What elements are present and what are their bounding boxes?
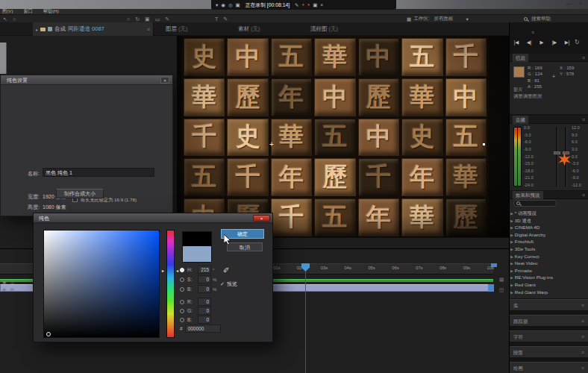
tab-layer[interactable]: 图层 (无) (166, 22, 188, 36)
frame-blend-icon[interactable]: ◫ (10, 279, 15, 284)
camera-tool-icon[interactable]: ▣ (145, 16, 150, 22)
comp-marker-icon[interactable]: ▤ (499, 277, 504, 283)
radio-icon[interactable] (180, 278, 184, 282)
channel-radio-h[interactable]: H:215° (180, 266, 214, 274)
panel-menu-icon[interactable]: ≡ (581, 331, 584, 342)
panel-menu-icon[interactable]: ≡ (581, 316, 584, 326)
zoom-tool-icon[interactable]: ○ (127, 16, 130, 22)
effects-category[interactable]: ▶Frischluft (510, 238, 587, 245)
slider-handle[interactable] (554, 151, 560, 154)
channel-radio-s[interactable]: S:0% (180, 275, 216, 283)
frame-icon[interactable]: ▣ (236, 2, 240, 8)
tab-composition[interactable]: ▸ 合成 间距通道 0087 ≡ (33, 22, 154, 36)
name-input[interactable]: 黑色 纯色 1 (43, 168, 154, 177)
move-gizmo-icon[interactable]: + (269, 140, 274, 148)
record-dot-icon[interactable]: ● (307, 2, 310, 8)
radio-icon[interactable] (180, 268, 184, 272)
effects-search-input[interactable] (513, 200, 557, 207)
brush-tool-icon[interactable]: ✎ (223, 16, 228, 22)
expand-triangle-icon[interactable]: ▶ (510, 247, 513, 251)
effects-category[interactable]: ▶3D 通道 (510, 217, 587, 225)
effects-category[interactable]: ▶Primatte (510, 267, 587, 275)
preview-panel-menu-icon[interactable]: ≡ (531, 30, 534, 35)
color-field-cursor[interactable] (46, 332, 51, 336)
channel-radio-b-rgb[interactable]: B:0 (180, 316, 213, 324)
panel-menu-icon[interactable]: ≡ (147, 27, 150, 32)
composition-mini-icon[interactable]: ▣ (2, 279, 7, 284)
expand-triangle-icon[interactable]: ▶ (510, 269, 513, 273)
close-icon[interactable]: × (320, 2, 323, 8)
graph-editor-icon[interactable]: ▤ (10, 286, 14, 292)
radio-icon[interactable] (180, 287, 184, 292)
graph-icon[interactable]: ◫ (499, 287, 504, 293)
layer-handle[interactable] (483, 143, 485, 145)
effects-category[interactable]: ▶* 动画预设 (510, 210, 587, 217)
expand-triangle-icon[interactable]: ▶ (510, 290, 513, 295)
record-dot-icon[interactable]: ● (302, 2, 304, 8)
radio-icon[interactable] (180, 318, 184, 322)
collapsed-panel-tab[interactable]: 跟踪器≡ (510, 315, 588, 327)
next-frame-button[interactable]: |▶ (549, 38, 560, 46)
expand-triangle-icon[interactable]: ▶ (510, 219, 513, 223)
panel-menu-icon[interactable]: ≡ (581, 363, 584, 373)
saturation-brightness-field[interactable] (43, 230, 160, 338)
close-icon[interactable]: × (253, 215, 270, 222)
text-tool-icon[interactable]: T (215, 16, 218, 22)
expand-triangle-icon[interactable]: ▶ (510, 283, 513, 287)
minimize-icon[interactable]: — (566, 0, 572, 7)
dialog-titlebar[interactable]: 纯色设置 (1, 75, 172, 85)
effects-category[interactable]: ▶Digital Anarchy (510, 231, 587, 239)
height-value[interactable]: 1080 像素 (43, 204, 66, 211)
effects-category[interactable]: ▶Key Correct (510, 253, 587, 260)
expand-triangle-icon[interactable]: ▶ (510, 211, 513, 216)
hue-arrow-left-icon[interactable]: ▸ (162, 268, 164, 273)
slider-handle[interactable] (563, 151, 569, 154)
loop-icon[interactable]: ↻ (575, 39, 580, 46)
overlay-icon[interactable]: ◉ (221, 2, 225, 8)
hue-arrow-right-icon[interactable]: ◂ (176, 268, 178, 273)
eyedropper-icon[interactable]: ✎ (222, 266, 231, 272)
collapsed-panel-tab[interactable]: 库≡ (510, 299, 588, 311)
effects-category[interactable]: ▶3De Tools (510, 245, 587, 253)
work-area-end-marker[interactable] (491, 263, 497, 267)
panel-menu-icon[interactable]: ≡ (581, 347, 584, 357)
info-panel-title[interactable]: 信息 (513, 54, 528, 62)
pen-tool-icon[interactable]: ✎ (165, 16, 169, 22)
effects-category[interactable]: ▶Red Giant (510, 281, 587, 289)
collapsed-panel-tab[interactable]: 段落≡ (510, 346, 588, 358)
hue-strip[interactable] (166, 230, 175, 338)
cancel-button[interactable]: 取消 (227, 242, 263, 251)
panel-menu-icon[interactable]: ≡ (582, 117, 585, 122)
effects-category[interactable]: ▶Red Giant Warp (510, 289, 587, 296)
preview-checkbox[interactable]: ✓ 预览 (220, 280, 237, 288)
effects-category[interactable]: ▶CINEMA 4D (510, 224, 587, 231)
workspace-value[interactable]: 所有面板 (434, 16, 453, 22)
selection-tool-icon[interactable]: ↖ (3, 16, 7, 22)
shape-tool-icon[interactable]: ▭ (155, 16, 160, 22)
make-comp-size-button[interactable]: 制作合成大小 (56, 189, 104, 198)
expand-triangle-icon[interactable]: ▶ (510, 239, 513, 244)
pen-icon[interactable]: ✎ (295, 2, 298, 8)
radio-icon[interactable] (180, 309, 184, 313)
chevron-down-icon[interactable]: ▾ (216, 2, 218, 8)
close-icon[interactable]: × (579, 0, 582, 7)
effects-category[interactable]: ▶Neat Video (510, 260, 587, 267)
channel-radio-b[interactable]: B:0% (180, 285, 216, 293)
expand-triangle-icon[interactable]: ▶ (510, 254, 513, 259)
tab-footage[interactable]: 素材 (无) (238, 22, 260, 36)
expand-triangle-icon[interactable]: ▶ (510, 233, 513, 237)
expand-triangle-icon[interactable]: ▶ (510, 261, 513, 266)
rotate-tool-icon[interactable]: ↻ (135, 16, 140, 22)
dialog-titlebar[interactable]: 纯色 (34, 213, 272, 223)
channel-radio-g-rgb[interactable]: G:0 (180, 307, 213, 315)
effects-category[interactable]: ▶RE:Vision Plug-ins (510, 274, 587, 281)
panel-menu-icon[interactable]: ≡ (581, 300, 584, 310)
collapsed-panel-tab[interactable]: 绘画≡ (510, 362, 588, 373)
radio-icon[interactable] (180, 300, 184, 304)
effects-panel-title[interactable]: 效果和预设 (513, 191, 543, 199)
magnifier-icon[interactable]: ◎ (228, 2, 233, 8)
close-icon[interactable]: × (160, 77, 169, 84)
hex-input[interactable]: 000000 (185, 325, 221, 333)
go-to-end-button[interactable]: ▶| (562, 38, 572, 46)
collapsed-panel-tab[interactable]: 字符≡ (510, 330, 588, 342)
